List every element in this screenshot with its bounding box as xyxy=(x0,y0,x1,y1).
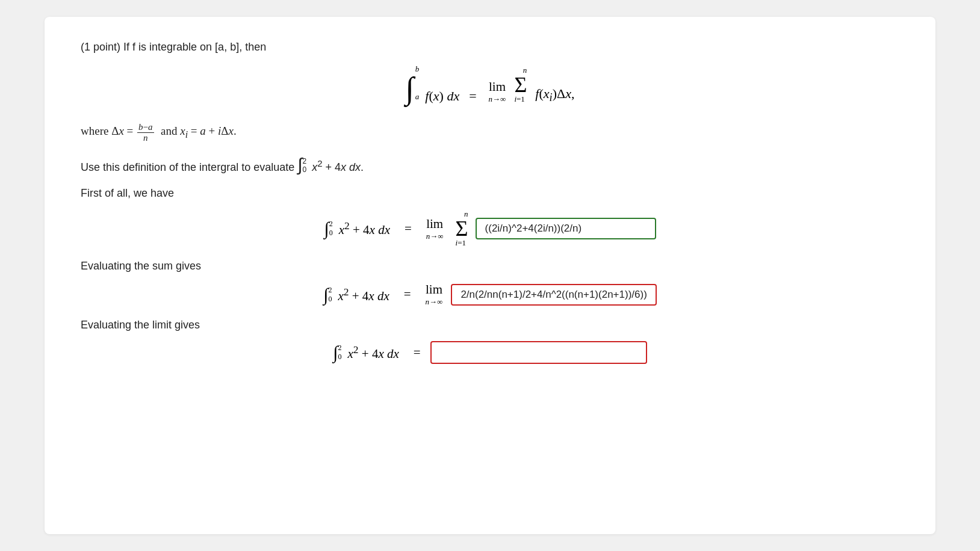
equation-2-row: ∫ 2 0 x2 + 4x dx = lim n→∞ 2/n(2/nn(n+1)… xyxy=(81,282,899,307)
eq1-equals: = xyxy=(405,221,412,236)
sigma-symbol: Σ xyxy=(514,74,527,96)
eq2-int-limits: 2 0 xyxy=(328,286,332,304)
fraction-numerator: b−a xyxy=(137,122,154,133)
equation-3-row: ∫ 2 0 x2 + 4x dx = xyxy=(81,341,899,364)
answer-input-1[interactable]: ((2i/n)^2+4(2i/n))(2/n) xyxy=(476,218,656,239)
fraction-denominator: n xyxy=(142,133,149,143)
sigma-lower: i=1 xyxy=(514,94,524,104)
eq2-lim-word: lim xyxy=(426,282,442,297)
int-lower-use: 0 xyxy=(302,165,306,174)
eq3-int-limits: 2 0 xyxy=(338,343,342,362)
lim-block-main: lim n→∞ xyxy=(489,79,506,104)
eq1-sigma-sym: Σ xyxy=(456,218,468,239)
integral-lower: a xyxy=(415,92,420,102)
eq1-int-lower: 0 xyxy=(329,229,333,238)
sigma-block-main: n Σ i=1 xyxy=(514,66,527,104)
eq1-lim-block: lim n→∞ xyxy=(426,217,444,241)
eq1-int-upper: 2 xyxy=(329,220,333,229)
sum-term: f(xi)Δx, xyxy=(535,86,574,104)
eq3-integrand: x2 + 4x dx xyxy=(348,343,399,362)
eq2-integral: ∫ 2 0 xyxy=(323,286,334,304)
eq2-int-upper: 2 xyxy=(328,286,332,295)
int-limits-use: 2 0 xyxy=(302,157,306,174)
answer-input-2[interactable]: 2/n(2/nn(n+1)/2+4/n^2((n(n+1)(2n+1))/6)) xyxy=(451,284,656,306)
eq2-lim-sub: n→∞ xyxy=(426,297,443,307)
eq1-integral: ∫ 2 0 xyxy=(324,220,335,238)
eq3-int-upper: 2 xyxy=(338,343,342,352)
integral-upper: b xyxy=(415,64,420,74)
eq1-lim-sub: n→∞ xyxy=(426,232,444,241)
eq3-int-sym: ∫ xyxy=(333,343,338,362)
integrand-fx: f(x) dx xyxy=(425,88,459,104)
int-symbol-use: ∫ xyxy=(297,156,302,174)
inline-integral-use: ∫ 2 0 xyxy=(297,156,309,174)
eq1-lim-word: lim xyxy=(426,217,443,232)
eq3-int-lower: 0 xyxy=(338,352,342,362)
integral-symbol-large: ∫ b a xyxy=(406,67,422,104)
lim-word: lim xyxy=(489,79,506,94)
evaluating-sum-line: Evaluating the sum gives xyxy=(81,260,899,272)
fraction-bma: b−a n xyxy=(137,122,154,143)
eq2-int-sym: ∫ xyxy=(323,286,328,304)
lim-subscript: n→∞ xyxy=(489,94,506,104)
eq1-int-limits: 2 0 xyxy=(329,220,333,238)
eq2-int-lower: 0 xyxy=(328,295,332,304)
main-card: (1 point) If f is integrable on [a, b], … xyxy=(45,17,935,534)
eq3-integral: ∫ 2 0 xyxy=(333,343,344,362)
use-definition-line: Use this definition of the intergral to … xyxy=(81,156,899,174)
integral-limits: b a xyxy=(415,64,420,102)
eq1-int-sym: ∫ xyxy=(324,220,329,238)
eq3-equals: = xyxy=(414,345,421,360)
problem-header: (1 point) If f is integrable on [a, b], … xyxy=(81,41,899,54)
integral-char: ∫ xyxy=(406,73,414,104)
eq1-sigma-block: n Σ i=1 xyxy=(456,209,468,248)
eq1-integrand: x2 + 4x dx xyxy=(339,220,390,238)
main-formula: ∫ b a f(x) dx = lim n→∞ n Σ i=1 f(xi)Δx, xyxy=(81,66,899,104)
answer-input-3[interactable] xyxy=(430,341,647,364)
eq2-integrand: x2 + 4x dx xyxy=(338,286,389,304)
eq1-sigma-lower: i=1 xyxy=(456,238,466,248)
first-of-all-line: First of all, we have xyxy=(81,187,899,200)
int-upper-use: 2 xyxy=(302,157,306,165)
where-line: where Δx = b−a n and xi = a + iΔx. xyxy=(81,122,899,143)
eq2-lim-block: lim n→∞ xyxy=(426,282,443,307)
equals-sign-1: = xyxy=(469,88,476,104)
eq2-equals: = xyxy=(404,287,411,302)
evaluating-limit-line: Evaluating the limit gives xyxy=(81,319,899,331)
equation-1-row: ∫ 2 0 x2 + 4x dx = lim n→∞ n Σ i=1 ((2i/… xyxy=(81,209,899,248)
